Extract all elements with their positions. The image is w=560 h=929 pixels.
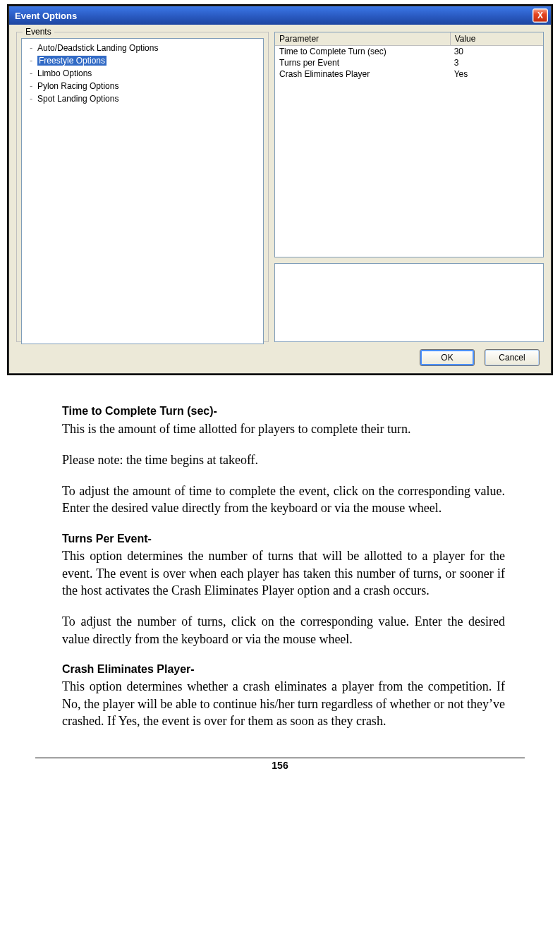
footer-rule [35, 758, 525, 758]
paragraph: This option determines the number of tur… [62, 547, 505, 599]
param-value: Yes [450, 68, 543, 80]
titlebar[interactable]: Event Options X [9, 6, 551, 25]
header-parameter[interactable]: Parameter [275, 32, 451, 45]
parameter-header: Parameter Value [275, 32, 543, 46]
param-row[interactable]: Crash Eliminates Player Yes [275, 68, 543, 80]
page-number: 156 [0, 760, 560, 778]
heading-time-to-complete: Time to Complete Turn (sec)- [62, 403, 505, 419]
cancel-button[interactable]: Cancel [485, 349, 540, 366]
heading-turns-per-event: Turns Per Event- [62, 531, 505, 547]
tree-connector-icon: - [26, 94, 36, 104]
paragraph: Please note: the time begins at takeoff. [62, 451, 505, 468]
events-legend: Events [23, 27, 54, 37]
tree-item-label: Freestyle Options [37, 56, 106, 66]
tree-connector-icon: - [26, 68, 36, 78]
param-name: Crash Eliminates Player [275, 68, 450, 80]
document-body: Time to Complete Turn (sec)- This is the… [7, 403, 553, 729]
tree-item[interactable]: - Auto/Deadstick Landing Options [23, 42, 262, 54]
paragraph: To adjust the number of turns, click on … [62, 613, 505, 648]
tree-item-label: Spot Landing Options [37, 94, 118, 104]
tree-connector-icon: - [26, 43, 36, 53]
tree-item[interactable]: - Pylon Racing Options [23, 80, 262, 92]
param-name: Time to Complete Turn (sec) [275, 46, 450, 57]
tree-item-label: Limbo Options [37, 68, 92, 78]
ok-button[interactable]: OK [420, 349, 475, 366]
events-tree[interactable]: - Auto/Deadstick Landing Options - Frees… [21, 38, 264, 344]
parameter-list: Parameter Value Time to Complete Turn (s… [274, 32, 544, 257]
param-row[interactable]: Turns per Event 3 [275, 57, 543, 68]
heading-crash-eliminates: Crash Eliminates Player- [62, 662, 505, 677]
param-value: 3 [450, 57, 543, 68]
dialog-title: Event Options [15, 11, 77, 21]
paragraph: This is the amount of time allotted for … [62, 420, 505, 437]
description-pane [274, 263, 544, 342]
tree-item[interactable]: - Spot Landing Options [23, 92, 262, 105]
paragraph: This option determines whether a crash e… [62, 678, 505, 729]
tree-item[interactable]: - Limbo Options [23, 67, 262, 80]
tree-item[interactable]: - Freestyle Options [23, 54, 262, 67]
paragraph: To adjust the amount of time to complete… [62, 482, 505, 517]
header-value[interactable]: Value [451, 32, 543, 45]
tree-item-label: Auto/Deadstick Landing Options [37, 43, 158, 53]
close-button[interactable]: X [532, 8, 548, 23]
param-name: Turns per Event [275, 57, 450, 68]
param-value: 30 [450, 46, 543, 57]
tree-connector-icon: - [26, 56, 36, 66]
event-options-dialog: Event Options X Events - Auto/Deadstick … [7, 4, 553, 375]
tree-item-label: Pylon Racing Options [37, 81, 118, 91]
close-icon: X [537, 11, 543, 20]
param-row[interactable]: Time to Complete Turn (sec) 30 [275, 46, 543, 57]
events-group: Events - Auto/Deadstick Landing Options … [16, 32, 269, 342]
tree-connector-icon: - [26, 81, 36, 91]
